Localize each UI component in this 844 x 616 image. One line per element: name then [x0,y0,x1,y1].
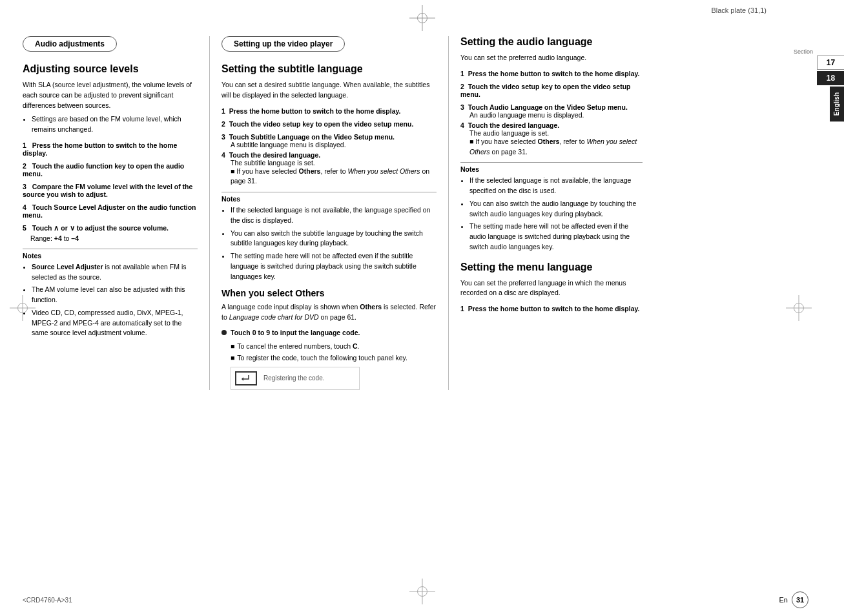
footer-right: En 31 [779,591,808,608]
note-mid-2: You can also switch the subtitle languag… [231,229,437,249]
footer: <CRD4760-A>31 En 31 [23,591,808,608]
note-mid-1: If the selected language is not availabl… [231,205,437,226]
touch-09-bullet: Touch 0 to 9 to input the language code. [221,328,437,338]
audio-step-4: 4 Touch the desired language. The audio … [460,121,643,158]
step-1: 1 Press the home button to switch to the… [23,141,198,157]
enter-key-icon [235,371,257,385]
step-1-text: Press the home button to switch to the h… [23,141,177,157]
notes-list-left: Source Level Adjuster is not available w… [32,262,198,338]
left-column: Audio adjustments Adjusting source level… [23,36,210,390]
section-label: Section [794,48,844,55]
crosshair-left [10,295,36,321]
sub-bullet-1: ■ To cancel the entered numbers, touch C… [231,342,437,350]
tab-18: 18 [817,71,844,85]
menu-lang-title: Setting the menu language [460,262,643,273]
menu-lang-intro: You can set the preferred language in wh… [460,278,643,299]
subtitle-title: Setting the subtitle language [221,63,437,75]
step-1-num: 1 [23,141,26,149]
step-2-num: 2 [23,162,26,170]
adjusting-source-intro: With SLA (source level adjustment), the … [23,80,198,110]
audio-notes: Notes If the selected language is not av… [460,162,643,252]
notes-title-left: Notes [23,249,198,260]
step-4-num: 4 [23,203,26,211]
note-left-2: The AM volume level can also be adjusted… [32,285,198,305]
left-notes: Notes Source Level Adjuster is not avail… [23,249,198,338]
step-5-num: 5 [23,224,26,232]
footer-en: En [779,596,788,604]
audio-lang-intro: You can set the preferred audio language… [460,53,643,63]
step-3: 3 Compare the FM volume level with the l… [23,183,198,198]
reg-code-box: Registering the code. [231,367,360,390]
page-number-circle: 31 [792,591,808,608]
mid-step-4: 4 Touch the desired language. The subtit… [221,151,437,187]
enter-arrow-svg [240,374,252,383]
mid-step-1: 1 Press the home button to switch to the… [221,107,437,115]
tab-english: English [830,87,844,121]
when-others-section: When you select Others A language code i… [221,288,437,389]
audio-notes-list: If the selected language is not availabl… [469,176,643,252]
right-column: Setting the audio language You can set t… [449,36,649,390]
crosshair-right [786,295,812,321]
audio-note-1: If the selected language is not availabl… [469,176,643,196]
audio-adjustments-header: Audio adjustments [23,36,117,52]
black-plate-label: Black plate (31,1) [711,6,767,14]
audio-step-1: 1 Press the home button to switch to the… [460,70,643,77]
audio-step-2: 2 Touch the video setup key to open the … [460,83,643,98]
page-wrapper: Black plate (31,1) Section 17 18 English… [0,0,844,616]
intro-bullet-1: Settings are based on the FM volume leve… [32,114,198,135]
range-text: Range: +4 to –4 [30,234,198,242]
section-tabs: Section 17 18 English [794,48,844,121]
adjusting-source-title: Adjusting source levels [23,63,198,75]
sub-bullet-2: ■ To register the code, touch the follow… [231,354,437,362]
note-left-3: Video CD, CD, compressed audio, DivX, MP… [32,308,198,338]
audio-step-3: 3 Touch Audio Language on the Video Setu… [460,103,643,119]
when-others-title: When you select Others [221,288,437,298]
mid-step-3: 3 Touch Subtitle Language on the Video S… [221,133,437,149]
top-area: Black plate (31,1) [0,0,844,31]
crosshair-circle [417,13,427,23]
step-5-text: Touch ∧ or ∨ to adjust the source volume… [28,224,169,232]
main-content: Audio adjustments Adjusting source level… [0,36,844,390]
step-3-text: Compare the FM volume level with the lev… [23,183,192,198]
step-4-text: Touch Source Level Adjuster on the audio… [23,203,196,219]
reg-code-label: Registering the code. [263,375,325,382]
step-5: 5 Touch ∧ or ∨ to adjust the source volu… [23,224,198,232]
note-left-1: Source Level Adjuster is not available w… [32,262,198,283]
audio-note-3: The setting made here will not be affect… [469,221,643,252]
middle-notes: Notes If the selected language is not av… [221,192,437,282]
touch-09-text: Touch 0 to 9 to input the language code. [231,328,360,338]
circle-bullet-icon [221,330,227,335]
when-others-text: A language code input display is shown w… [221,302,437,323]
notes-list-mid: If the selected language is not availabl… [231,205,437,282]
audio-note-2: You can also switch the audio language b… [469,199,643,220]
video-player-header: Setting up the video player [221,36,345,52]
menu-lang-section: Setting the menu language You can set th… [460,262,643,313]
note-mid-3: The setting made here will not be affect… [231,251,437,282]
tab-17: 17 [817,56,844,70]
notes-title-mid: Notes [221,192,437,203]
step-3-num: 3 [23,183,26,190]
step-4: 4 Touch Source Level Adjuster on the aud… [23,203,198,219]
subtitle-intro: You can set a desired subtitle language.… [221,80,437,101]
mid-step-2: 2 Touch the video setup key to open the … [221,120,437,128]
intro-bullets: Settings are based on the FM volume leve… [32,114,198,135]
audio-lang-title: Setting the audio language [460,36,643,48]
step-2-text: Touch the audio function key to open the… [23,162,184,178]
crosshair-top [409,5,435,31]
middle-column: Setting up the video player Setting the … [210,36,449,390]
step-2: 2 Touch the audio function key to open t… [23,162,198,178]
audio-notes-title: Notes [460,162,643,173]
menu-step-1: 1 Press the home button to switch to the… [460,305,643,313]
footer-code: <CRD4760-A>31 [23,597,72,604]
